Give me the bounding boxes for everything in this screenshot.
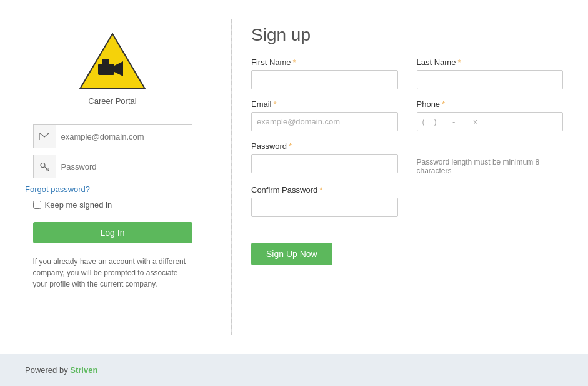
confirm-password-label: Confirm Password* bbox=[251, 185, 398, 195]
signup-title: Sign up bbox=[251, 25, 563, 45]
email-icon bbox=[34, 125, 56, 148]
svg-rect-3 bbox=[102, 59, 109, 64]
first-name-required: * bbox=[293, 58, 296, 67]
confirm-required: * bbox=[319, 185, 322, 195]
email-label: Email* bbox=[251, 99, 398, 109]
email-group: Email* bbox=[251, 99, 398, 131]
svg-point-5 bbox=[41, 163, 45, 168]
email-input-group[interactable] bbox=[33, 124, 192, 148]
contact-row: Email* Phone* bbox=[251, 99, 563, 131]
signup-email-input[interactable] bbox=[251, 112, 398, 131]
logo-icon bbox=[78, 31, 147, 91]
powered-by-label: Powered by bbox=[25, 365, 68, 375]
password-input-group[interactable] bbox=[33, 155, 192, 178]
last-name-input[interactable] bbox=[417, 70, 564, 89]
last-name-required: * bbox=[457, 58, 461, 67]
confirm-password-group: Confirm Password* bbox=[251, 185, 398, 217]
keep-signed-container: Keep me signed in bbox=[33, 200, 192, 210]
email-input[interactable] bbox=[56, 128, 192, 145]
last-name-label: Last Name* bbox=[417, 58, 564, 67]
svg-marker-0 bbox=[80, 34, 145, 89]
password-row: Password* X Password length must be mini… bbox=[251, 141, 563, 175]
first-name-group: First Name* bbox=[251, 58, 398, 89]
account-note: If you already have an account with a di… bbox=[33, 256, 192, 290]
footer: Powered by Striven bbox=[0, 354, 588, 386]
signup-password-input[interactable] bbox=[251, 154, 398, 173]
phone-input[interactable] bbox=[417, 112, 564, 131]
key-icon bbox=[34, 155, 56, 178]
keep-signed-label: Keep me signed in bbox=[45, 200, 112, 210]
name-row: First Name* Last Name* bbox=[251, 58, 563, 89]
first-name-input[interactable] bbox=[251, 70, 398, 89]
signup-password-label: Password* bbox=[251, 141, 398, 151]
right-panel: Sign up First Name* Last Name* Email* bbox=[251, 19, 563, 335]
phone-label: Phone* bbox=[417, 99, 564, 109]
phone-group: Phone* bbox=[417, 99, 564, 131]
confirm-spacer bbox=[417, 185, 564, 217]
keep-signed-checkbox[interactable] bbox=[33, 201, 41, 209]
password-hint: Password length must be minimum 8 charac… bbox=[417, 158, 564, 175]
last-name-group: Last Name* bbox=[417, 58, 564, 89]
left-panel: Career Portal Forgot pas bbox=[25, 19, 212, 335]
form-divider bbox=[251, 230, 563, 230]
login-button[interactable]: Log In bbox=[33, 222, 192, 243]
phone-required: * bbox=[442, 99, 445, 109]
brand-link[interactable]: Striven bbox=[70, 365, 97, 375]
logo-container: Career Portal bbox=[78, 31, 147, 106]
password-required: * bbox=[289, 141, 292, 151]
confirm-password-row: Confirm Password* bbox=[251, 185, 563, 217]
signup-password-group: Password* bbox=[251, 141, 398, 175]
logo-label: Career Portal bbox=[88, 96, 136, 106]
forgot-password-link[interactable]: Forgot password? bbox=[25, 185, 184, 194]
panel-divider bbox=[231, 19, 232, 335]
password-hint-group: X Password length must be minimum 8 char… bbox=[417, 141, 564, 175]
email-required: * bbox=[274, 99, 277, 109]
signup-button[interactable]: Sign Up Now bbox=[251, 243, 332, 265]
password-input[interactable] bbox=[56, 158, 192, 175]
confirm-password-input[interactable] bbox=[251, 198, 398, 217]
first-name-label: First Name* bbox=[251, 58, 398, 67]
svg-rect-1 bbox=[98, 64, 114, 75]
